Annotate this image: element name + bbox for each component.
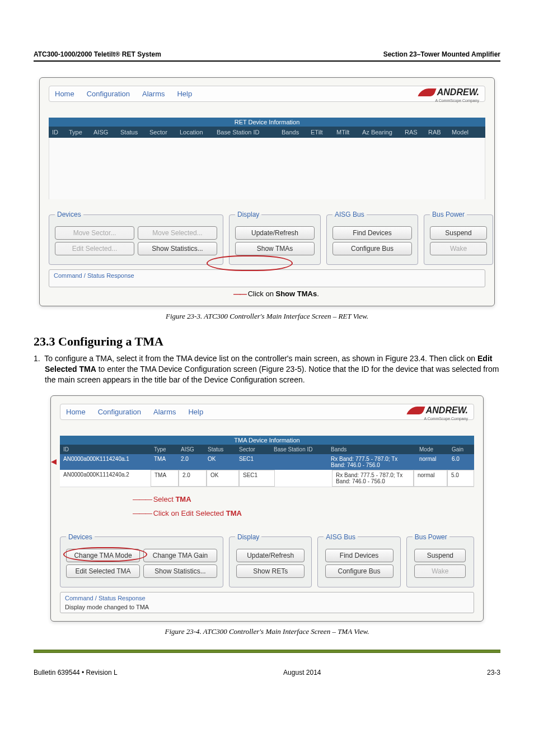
status-bar-2: Command / Status Response Display mode c… xyxy=(60,592,474,613)
col-mtilt: MTilt xyxy=(336,129,359,136)
status-text-2: Display mode changed to TMA xyxy=(65,601,469,610)
find-devices-button[interactable]: Find Devices xyxy=(332,226,412,240)
footer-center: August 2014 xyxy=(283,669,321,676)
show-tmas-button[interactable]: Show TMAs xyxy=(235,242,315,255)
change-tma-gain-button[interactable]: Change TMA Gain xyxy=(143,549,217,562)
figure-23-3-caption: Figure 23-3. ATC300 Controller's Main In… xyxy=(34,312,500,321)
menu-alarms-2[interactable]: Alarms xyxy=(153,408,176,416)
cell-bands-2: Rx Band: 777.5 - 787.0; Tx Band: 746.0 -… xyxy=(332,470,414,487)
logo-subtext-2: A CommScope Company xyxy=(424,417,468,421)
ret-columns: ID Type AISG Status Sector Location Base… xyxy=(49,127,485,138)
legend-power-2: Bus Power xyxy=(413,533,449,541)
cell-mode-1: normal xyxy=(416,454,448,470)
col-sector-2: Sector xyxy=(236,445,270,454)
suspend-button[interactable]: Suspend xyxy=(430,226,487,240)
panel-aisg-2: AISG Bus Find Devices Configure Bus xyxy=(317,533,400,587)
col-bands: Bands xyxy=(282,129,307,136)
col-location: Location xyxy=(180,129,213,136)
update-refresh-button[interactable]: Update/Refresh xyxy=(235,226,315,240)
menu-home[interactable]: Home xyxy=(55,90,74,98)
panel-power: Bus Power Suspend Wake xyxy=(424,211,493,265)
move-sector-button[interactable]: Move Sector... xyxy=(55,226,134,240)
edit-selected-button[interactable]: Edit Selected... xyxy=(55,242,134,255)
logo-subtext: A CommScope Company xyxy=(435,99,479,102)
col-azbearing: Az Bearing xyxy=(362,129,401,136)
logo-text: ANDREW. xyxy=(437,87,479,97)
legend-display-2: Display xyxy=(235,533,261,541)
logo-swoosh-icon-2 xyxy=(406,407,425,414)
col-id-2: ID xyxy=(60,445,151,454)
show-rets-button[interactable]: Show RETs xyxy=(236,564,305,578)
annot-click: ——— Click on Edit Selected TMA xyxy=(60,507,474,531)
cell-id-1: AN0000a000K1114240a.1 xyxy=(60,454,151,470)
annot-click-prefix: Click on Edit Selected xyxy=(153,509,226,517)
menu-help-2[interactable]: Help xyxy=(188,408,203,416)
tma-columns: ID Type AISG Status Sector Base Station … xyxy=(60,445,474,454)
legend-devices: Devices xyxy=(55,211,83,218)
divider-bar xyxy=(34,650,500,653)
col-status-2: Status xyxy=(204,445,236,454)
annot-select-bold: TMA xyxy=(175,495,191,503)
panel-display: Display Update/Refresh Show TMAs xyxy=(229,211,321,265)
doc-header-left: ATC300-1000/2000 Teletilt® RET System xyxy=(34,50,161,58)
annot-click-bold: TMA xyxy=(226,509,242,517)
table-row-selected[interactable]: AN0000a000K1114240a.1 TMA 2.0 OK SEC1 Rx… xyxy=(60,454,474,470)
col-bands-2: Bands xyxy=(327,445,416,454)
show-statistics-button[interactable]: Show Statistics... xyxy=(138,242,217,255)
configure-bus-button[interactable]: Configure Bus xyxy=(332,242,412,255)
panel-power-2: Bus Power Suspend Wake xyxy=(406,533,474,587)
suspend-button-2[interactable]: Suspend xyxy=(414,549,466,562)
footer-right: 23-3 xyxy=(487,669,500,676)
legend-aisg-2: AISG Bus xyxy=(324,533,358,541)
col-ras: RAS xyxy=(405,129,425,136)
wake-button-2[interactable]: Wake xyxy=(414,564,466,578)
ret-band-title: RET Device Information xyxy=(49,118,485,127)
change-tma-mode-button[interactable]: Change TMA Mode xyxy=(66,549,140,562)
menu-alarms[interactable]: Alarms xyxy=(142,90,165,98)
status-label: Command / Status Response xyxy=(54,272,134,279)
table-row[interactable]: AN0000a000K1114240a.2 TMA 2.0 OK SEC1 Rx… xyxy=(60,470,474,487)
menu-help[interactable]: Help xyxy=(177,90,192,98)
footer-left: Bulletin 639544 • Revision L xyxy=(34,669,118,676)
menubar: Home Configuration Alarms Help ANDREW. A… xyxy=(49,86,485,102)
col-mode-2: Mode xyxy=(416,445,448,454)
annot-select-prefix: Select xyxy=(153,495,176,503)
move-selected-button[interactable]: Move Selected... xyxy=(138,226,217,240)
legend-aisg: AISG Bus xyxy=(332,211,367,218)
menu-config[interactable]: Configuration xyxy=(87,90,130,98)
col-base-2: Base Station ID xyxy=(270,445,327,454)
cell-gain-1: 6.0 xyxy=(448,454,474,470)
andrew-logo: ANDREW. A CommScope Company xyxy=(419,87,479,97)
col-type: Type xyxy=(69,129,90,136)
col-type-2: Type xyxy=(151,445,177,454)
col-model: Model xyxy=(452,129,476,136)
menu-home-2[interactable]: Home xyxy=(66,408,86,416)
cell-gain-2: 5.0 xyxy=(447,470,474,487)
wake-button[interactable]: Wake xyxy=(430,242,487,255)
cell-status-2: OK xyxy=(207,470,239,487)
col-etilt: ETilt xyxy=(311,129,333,136)
callout-prefix: Click on xyxy=(248,290,276,298)
callout-bold: Show TMAs xyxy=(275,290,317,298)
logo-text-2: ANDREW. xyxy=(426,405,468,416)
annot-line-icon: ——— xyxy=(133,495,151,503)
col-gain-2: Gain xyxy=(448,445,474,454)
panel-devices: Devices Move Sector... Edit Selected... … xyxy=(49,211,223,265)
arrow-icon xyxy=(51,459,57,465)
update-refresh-button-2[interactable]: Update/Refresh xyxy=(236,549,305,562)
status-label-2: Command / Status Response xyxy=(65,595,469,601)
col-status: Status xyxy=(120,129,146,136)
show-statistics-button-2[interactable]: Show Statistics... xyxy=(143,564,217,578)
cell-type-2: TMA xyxy=(151,470,179,487)
cell-sector-1: SEC1 xyxy=(236,454,270,470)
col-aisg: AISG xyxy=(93,129,117,136)
cell-type-1: TMA xyxy=(151,454,177,470)
cell-sector-2: SEC1 xyxy=(239,470,275,487)
find-devices-button-2[interactable]: Find Devices xyxy=(325,549,394,562)
callout-line-icon: —— xyxy=(233,290,246,298)
callout-suffix: . xyxy=(317,290,319,298)
configure-bus-button-2[interactable]: Configure Bus xyxy=(325,564,394,578)
panel-aisg: AISG Bus Find Devices Configure Bus xyxy=(326,211,418,265)
menu-config-2[interactable]: Configuration xyxy=(98,408,141,416)
edit-selected-tma-button[interactable]: Edit Selected TMA xyxy=(66,564,140,578)
